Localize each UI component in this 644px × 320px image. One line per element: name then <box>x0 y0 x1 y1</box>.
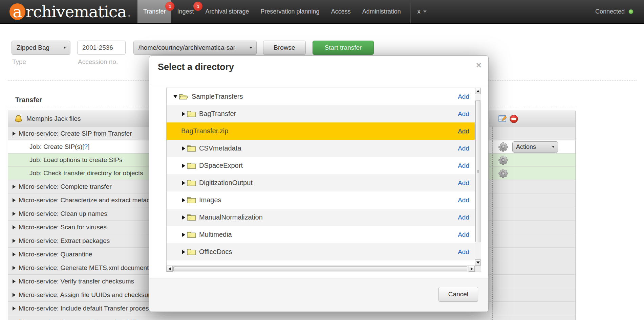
caret-right-icon[interactable] <box>182 181 185 185</box>
caret-right-icon[interactable] <box>182 198 185 202</box>
tree-row-bagtransfer[interactable]: BagTransferAdd <box>167 105 475 122</box>
horizontal-scrollbar[interactable] <box>167 266 475 272</box>
row-label: Micro-service: Quarantine <box>19 251 92 258</box>
tree-item-name: DSpaceExport <box>199 162 458 169</box>
caret-right-icon <box>13 225 16 229</box>
tree-row-sampletransfers[interactable]: SampleTransfersAdd <box>167 88 475 105</box>
bell-icon <box>14 114 23 123</box>
add-link[interactable]: Add <box>458 179 469 187</box>
add-link[interactable]: Add <box>458 231 469 238</box>
tree-row-csvmetadata[interactable]: CSVmetadataAdd <box>167 140 475 157</box>
tree-row-digitizationoutput[interactable]: DigitizationOutputAdd <box>167 174 475 191</box>
accession-number-input[interactable] <box>77 41 126 55</box>
modal-title: Select a directory <box>158 62 234 72</box>
scrollbar-corner <box>475 266 481 272</box>
row-actions-cell <box>492 180 575 193</box>
row-actions-cell <box>492 275 575 288</box>
tree-row-manualnormalization[interactable]: ManualNormalizationAdd <box>167 209 475 226</box>
caret-right-icon[interactable] <box>182 250 185 254</box>
nav-item-label: Administration <box>362 8 401 15</box>
tree-row-dspaceexport[interactable]: DSpaceExportAdd <box>167 157 475 174</box>
nav-item-archival-storage[interactable]: Archival storage <box>199 0 255 23</box>
add-link[interactable]: Add <box>458 197 469 204</box>
add-link[interactable]: Add <box>458 110 469 118</box>
transfer-table-row[interactable]: Micro-service: Rename with transfer UUID <box>8 315 575 320</box>
nav-item-preservation-planning[interactable]: Preservation planning <box>255 0 325 23</box>
help-link[interactable]: ? <box>84 143 88 151</box>
folder-icon <box>187 214 196 221</box>
caret-down-icon[interactable] <box>173 95 177 98</box>
row-label: Micro-service: Rename with transfer UUID <box>19 318 139 320</box>
tree-item-name: BagTransfer <box>199 110 458 118</box>
caret-right-icon[interactable] <box>182 146 185 151</box>
caret-right-icon <box>13 212 16 216</box>
start-transfer-button[interactable]: Start transfer <box>313 41 374 55</box>
row-actions-cell <box>492 167 575 180</box>
caret-right-icon <box>13 185 16 189</box>
cancel-button[interactable]: Cancel <box>438 287 478 302</box>
horizontal-scrollbar-thumb[interactable] <box>173 266 467 271</box>
scroll-right-button[interactable] <box>469 266 475 272</box>
caret-right-icon[interactable] <box>182 233 185 237</box>
remove-icon[interactable] <box>509 114 518 123</box>
gear-icon[interactable] <box>498 155 508 165</box>
caret-right-icon[interactable] <box>182 164 185 168</box>
transfer-path-select[interactable]: /home/courtney/archivematica-sar <box>133 41 257 55</box>
tree-item-name: CSVmetadata <box>199 144 458 152</box>
select-caret-icon <box>552 146 555 148</box>
nav-item-ingest[interactable]: Ingest1 <box>171 0 199 23</box>
modal-footer: Cancel <box>149 278 488 312</box>
actions-select[interactable]: Actions <box>512 141 558 153</box>
tree-row-officedocs[interactable]: OfficeDocsAdd <box>167 243 475 260</box>
add-link[interactable]: Add <box>458 162 469 169</box>
gear-icon[interactable] <box>498 168 508 178</box>
row-actions-cell <box>492 154 575 166</box>
gear-icon[interactable] <box>498 142 508 152</box>
nav-item-transfer[interactable]: Transfer1 <box>137 0 171 23</box>
tree-item-name: SampleTransfers <box>192 93 458 100</box>
add-link[interactable]: Add <box>458 128 469 135</box>
select-caret-icon <box>250 47 252 49</box>
edit-icon[interactable] <box>498 114 507 123</box>
tree-row-bagtransfer-zip[interactable]: BagTransfer.zipAdd <box>167 122 475 140</box>
close-icon[interactable]: × <box>476 61 481 70</box>
row-actions-cell <box>492 302 575 315</box>
scroll-left-button[interactable] <box>167 266 173 272</box>
row-label: Micro-service: Generate METS.xml documen… <box>19 264 149 272</box>
nav-item-access[interactable]: Access <box>325 0 357 23</box>
caret-right-icon <box>13 198 16 202</box>
caret-right-icon[interactable] <box>182 215 185 220</box>
user-menu-label: x <box>417 8 421 15</box>
browse-button[interactable]: Browse <box>263 41 306 55</box>
tree-row-multimedia[interactable]: MultimediaAdd <box>167 226 475 243</box>
folder-icon <box>187 197 196 204</box>
row-name-cell: Micro-service: Rename with transfer UUID <box>8 315 492 320</box>
row-actions-cell <box>492 315 575 320</box>
transfer-type-select[interactable]: Zipped Bag <box>12 41 70 55</box>
scroll-down-button[interactable] <box>475 259 481 266</box>
tree-item-name: BagTransfer.zip <box>181 127 458 135</box>
nav-item-label: Archival storage <box>205 8 249 15</box>
brand-logo[interactable]: archivematica. <box>9 0 131 23</box>
modal-header-divider <box>149 84 488 84</box>
folder-icon <box>187 145 196 152</box>
add-link[interactable]: Add <box>458 214 469 221</box>
open-folder-icon <box>179 93 189 100</box>
caret-right-icon[interactable] <box>182 112 185 116</box>
add-link[interactable]: Add <box>458 248 469 256</box>
add-link[interactable]: Add <box>458 93 469 100</box>
tree-item-name: DigitizationOutput <box>199 179 458 187</box>
tree-row-images[interactable]: ImagesAdd <box>167 191 475 209</box>
user-menu[interactable]: x <box>411 0 433 23</box>
row-actions-cell <box>492 111 575 127</box>
vertical-scrollbar-thumb[interactable] <box>475 100 480 242</box>
caret-right-icon <box>13 293 16 297</box>
vertical-scrollbar[interactable] <box>475 88 481 266</box>
add-link[interactable]: Add <box>458 145 469 152</box>
folder-icon <box>187 248 196 255</box>
scroll-up-button[interactable] <box>475 88 481 94</box>
row-label: Micro-service: Characterize and extract … <box>19 197 159 204</box>
nav-item-administration[interactable]: Administration <box>357 0 407 23</box>
row-label: Job: Create SIP(s) <box>29 143 82 151</box>
connection-status: Connected <box>595 0 633 23</box>
